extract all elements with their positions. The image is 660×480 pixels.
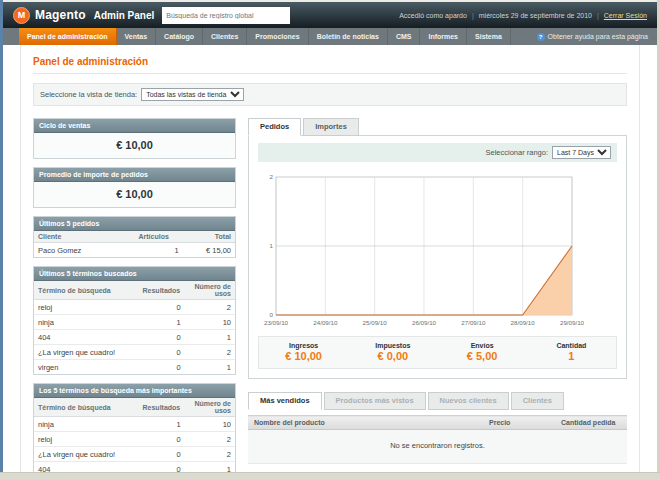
nav-item-dashboard[interactable]: Panel de administración xyxy=(19,28,117,45)
logo-subtitle: Admin Panel xyxy=(94,10,155,21)
box-title: Últimos 5 términos buscados xyxy=(34,267,235,281)
nav-item-sales[interactable]: Ventas xyxy=(117,28,157,45)
last-search-terms-box: Últimos 5 términos buscados Término de b… xyxy=(33,266,236,375)
col-header[interactable]: Precio xyxy=(483,416,555,430)
results-cell: 0 xyxy=(139,345,185,360)
range-select[interactable]: Last 7 Days xyxy=(552,146,611,159)
table-row[interactable]: reloj 0 2 xyxy=(34,432,235,447)
table-row[interactable]: ¿La virgen que cuadro! 0 2 xyxy=(34,447,235,462)
last-search-terms-table: Término de búsqueda Resultados Número de… xyxy=(34,281,235,374)
svg-text:23/09/10: 23/09/10 xyxy=(264,319,289,326)
window-bottom-bar xyxy=(0,472,660,480)
box-title: Ciclo de ventas xyxy=(34,119,235,133)
logo-name: Magento xyxy=(35,8,86,22)
store-switcher-select[interactable]: Todas las vistas de tienda xyxy=(141,88,244,101)
empty-message: No se encontraron registros. xyxy=(248,430,627,464)
svg-text:27/09/10: 27/09/10 xyxy=(461,319,486,326)
stat-tax: Impuestos € 0,00 xyxy=(348,342,437,362)
results-cell: 0 xyxy=(139,447,185,462)
col-header[interactable]: Número de usos xyxy=(185,398,235,417)
table-row[interactable]: 404 0 1 xyxy=(34,330,235,345)
stat-revenue: Ingresos € 10,00 xyxy=(259,342,348,362)
stat-label: Ingresos xyxy=(259,342,348,349)
col-header[interactable]: Nombre del producto xyxy=(248,416,483,430)
col-header[interactable]: Artículos xyxy=(135,231,183,243)
stat-value: 1 xyxy=(527,350,616,362)
term-cell: 404 xyxy=(34,330,139,345)
last-orders-box: Últimos 5 pedidos Cliente Artículos Tota… xyxy=(33,216,236,258)
tab-orders[interactable]: Pedidos xyxy=(248,118,301,136)
store-switcher-label: Seleccione la vista de tienda: xyxy=(40,90,137,99)
uses-cell: 1 xyxy=(185,360,235,375)
col-header[interactable]: Resultados xyxy=(139,398,185,417)
window-edge-left xyxy=(0,0,3,480)
table-row[interactable]: Paco Gomez 1 € 15,00 xyxy=(34,243,235,258)
nav-item-promotions[interactable]: Promociones xyxy=(247,28,308,45)
empty-row: No se encontraron registros. xyxy=(248,430,627,464)
chart-tabs: Pedidos Importes xyxy=(248,118,627,136)
table-row[interactable]: reloj 0 2 xyxy=(34,300,235,315)
col-header[interactable]: Término de búsqueda xyxy=(34,398,139,417)
box-title: Los 5 términos de búsqueda más important… xyxy=(34,384,235,398)
nav-item-system[interactable]: Sistema xyxy=(467,28,511,45)
top-search-terms-table: Término de búsqueda Resultados Número de… xyxy=(34,398,235,472)
stat-label: Cantidad xyxy=(527,342,616,349)
table-row[interactable]: 404 0 1 xyxy=(34,462,235,473)
uses-cell: 2 xyxy=(185,432,235,447)
term-cell: reloj xyxy=(34,300,139,315)
tab-bestsellers[interactable]: Más vendidos xyxy=(248,392,322,410)
nav-item-cms[interactable]: CMS xyxy=(388,28,421,45)
table-row[interactable]: ninja 1 10 xyxy=(34,315,235,330)
tab-new-customers[interactable]: Nuevos clientes xyxy=(428,392,509,410)
col-header[interactable]: Número de usos xyxy=(185,281,235,300)
total-cell: € 15,00 xyxy=(183,243,235,258)
nav-item-catalog[interactable]: Catálogo xyxy=(156,28,203,45)
svg-text:24/09/10: 24/09/10 xyxy=(313,319,338,326)
table-row[interactable]: ¿La virgen que cuadro! 0 2 xyxy=(34,345,235,360)
magento-admin-app: M Magento Admin Panel Accedió como apard… xyxy=(3,2,657,472)
stat-label: Impuestos xyxy=(348,342,437,349)
col-header[interactable]: Total xyxy=(183,231,235,243)
term-cell: ¿La virgen que cuadro! xyxy=(34,345,139,360)
term-cell: ninja xyxy=(34,315,139,330)
tab-customers[interactable]: Clientes xyxy=(511,392,564,410)
term-cell: 404 xyxy=(34,462,139,473)
browser-frame: M Magento Admin Panel Accedió como apard… xyxy=(0,0,660,480)
col-header[interactable]: Resultados xyxy=(139,281,185,300)
col-header[interactable]: Cliente xyxy=(34,231,135,243)
magento-logo[interactable]: M Magento Admin Panel xyxy=(13,7,154,24)
tab-most-viewed[interactable]: Productos más vistos xyxy=(324,392,426,410)
results-cell: 0 xyxy=(139,432,185,447)
col-header[interactable]: Cantidad pedida xyxy=(555,416,627,430)
stat-shipping: Envíos € 5,00 xyxy=(438,342,527,362)
results-cell: 0 xyxy=(139,360,185,375)
help-link[interactable]: ? Obtener ayuda para esta página xyxy=(537,28,657,45)
header-user-info: Accedió como apardo | miércoles 29 de se… xyxy=(399,12,647,19)
svg-text:0: 0 xyxy=(270,311,274,318)
global-search-input[interactable] xyxy=(162,7,290,24)
svg-text:25/09/10: 25/09/10 xyxy=(363,319,388,326)
top-search-terms-box: Los 5 términos de búsqueda más important… xyxy=(33,383,236,472)
orders-chart: 01223/09/1024/09/1025/09/1026/09/1027/09… xyxy=(260,171,612,329)
help-icon: ? xyxy=(537,33,545,41)
nav-item-reports[interactable]: Informes xyxy=(420,28,467,45)
col-header[interactable]: Término de búsqueda xyxy=(34,281,139,300)
table-row[interactable]: virgen 0 1 xyxy=(34,360,235,375)
logout-link[interactable]: Cerrar Sesión xyxy=(604,12,647,19)
nav-item-customers[interactable]: Clientes xyxy=(203,28,247,45)
tab-amounts[interactable]: Importes xyxy=(303,118,359,136)
dashboard-page: Panel de administración Seleccione la vi… xyxy=(20,45,640,472)
nav-item-newsletter[interactable]: Boletín de noticias xyxy=(309,28,388,45)
current-date: miércoles 29 de septiembre de 2010 xyxy=(479,12,592,19)
stat-quantity: Cantidad 1 xyxy=(527,342,616,362)
product-tabs: Más vendidos Productos más vistos Nuevos… xyxy=(248,392,627,410)
svg-text:29/09/10: 29/09/10 xyxy=(560,319,585,326)
separator: | xyxy=(597,12,599,19)
results-cell: 0 xyxy=(139,300,185,315)
stat-value: € 0,00 xyxy=(348,350,437,362)
svg-text:28/09/10: 28/09/10 xyxy=(511,319,536,326)
uses-cell: 1 xyxy=(185,462,235,473)
table-row[interactable]: ninja 1 10 xyxy=(34,417,235,432)
orders-panel: Seleccionar rango: Last 7 Days 01223/09/… xyxy=(248,135,627,379)
items-cell: 1 xyxy=(135,243,183,258)
